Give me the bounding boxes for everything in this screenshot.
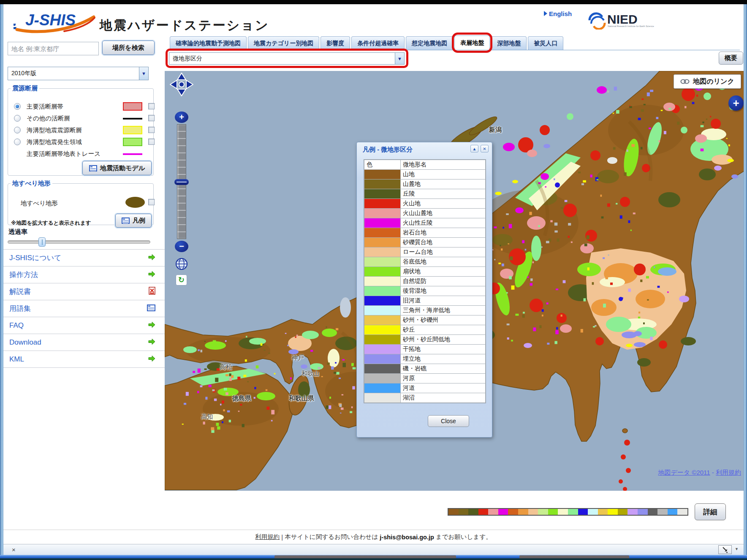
select-tool-button[interactable] bbox=[718, 545, 732, 554]
overview-button[interactable]: 概要 bbox=[719, 52, 743, 65]
tab-6[interactable]: 深部地盤 bbox=[491, 36, 527, 50]
legend-panel: 凡例 - 微地形区分 ▲ ✕ 色微地形名山地山麓地丘陵火山地火山山麓地火山性丘陵… bbox=[356, 142, 492, 438]
sidebar-link-4[interactable]: FAQ bbox=[3, 317, 165, 334]
tab-1[interactable]: 地震カテゴリー別地図 bbox=[248, 36, 319, 50]
color-swatch bbox=[123, 126, 142, 134]
globe-button[interactable] bbox=[175, 258, 188, 270]
map-link-button[interactable]: 地図のリンク bbox=[674, 74, 741, 89]
zoom-out-button[interactable]: − bbox=[175, 241, 188, 252]
expand-plus-button[interactable]: + bbox=[728, 95, 744, 111]
year-select[interactable]: 2010年版 ▼ bbox=[8, 67, 149, 80]
application-window: J-SHIS 地震ハザードステーション English NIED Nationa… bbox=[0, 0, 747, 560]
tab-4[interactable]: 想定地震地図 bbox=[406, 36, 453, 50]
english-link[interactable]: English bbox=[544, 10, 572, 17]
legend-name-cell: 湖沼 bbox=[401, 393, 486, 403]
sidebar-link-3[interactable]: 用語集 bbox=[3, 300, 165, 317]
pan-right-icon bbox=[186, 80, 193, 89]
colorbar-cell-1 bbox=[459, 509, 469, 515]
legend-color-cell bbox=[364, 354, 401, 364]
search-input[interactable] bbox=[8, 42, 99, 55]
opacity-slider[interactable] bbox=[8, 237, 150, 247]
page-footer: 利用規約 | 本サイトに関するお問い合わせはj-shis@bosai.go.jp… bbox=[3, 530, 744, 544]
legend-color-cell bbox=[364, 179, 401, 189]
tab-0[interactable]: 確率論的地震動予測地図 bbox=[170, 36, 247, 50]
legend-panel-title: 凡例 - 微地形区分 bbox=[363, 146, 413, 154]
sidebar-link-6[interactable]: KML bbox=[3, 351, 165, 367]
sidebar-link-0[interactable]: J-SHISについて bbox=[3, 249, 165, 266]
chevron-down-icon[interactable]: ▼ bbox=[395, 53, 404, 64]
layer-select[interactable]: 微地形区分 ▼ bbox=[169, 52, 405, 65]
layer-checkbox[interactable] bbox=[148, 139, 155, 145]
radio-button[interactable] bbox=[14, 115, 21, 122]
landslide-section: 地すべり地形 地すべり地形 ※地図を拡大すると表示されます 凡例 bbox=[8, 179, 154, 225]
statusbar-dropdown-icon[interactable]: ▼ bbox=[735, 547, 739, 551]
colorbar-cell-17 bbox=[618, 509, 628, 515]
detail-button[interactable]: 詳細 bbox=[695, 503, 726, 520]
map-label-4: 神戸 bbox=[291, 354, 304, 362]
landslide-swatch bbox=[125, 197, 145, 208]
fault-item-label: その他の活断層 bbox=[27, 114, 70, 122]
pan-compass[interactable] bbox=[170, 73, 193, 96]
sidebar-link-5[interactable]: Download bbox=[3, 334, 165, 351]
collapse-icon[interactable]: ▲ bbox=[470, 145, 478, 152]
fault-item-label: 主要活断層帯地表トレース bbox=[27, 150, 101, 158]
sidebar-link-2[interactable]: 解説書 bbox=[3, 283, 165, 300]
map-viewport[interactable]: 新潟石川富山金神戸和歌山高松和歌山県徳島県高知 + − bbox=[165, 71, 744, 491]
legend-name-cell: 河原 bbox=[401, 374, 486, 383]
legend-row-15: 砂州・砂礫州 bbox=[364, 315, 486, 325]
legend-name-cell: 砂州・砂丘間低地 bbox=[401, 335, 486, 345]
layer-checkbox[interactable] bbox=[148, 127, 155, 133]
legend-name-cell: 三角州・海岸低地 bbox=[401, 306, 486, 315]
jshis-logo: J-SHIS bbox=[14, 8, 98, 35]
radio-button[interactable] bbox=[14, 127, 21, 133]
legend-color-cell bbox=[364, 345, 401, 354]
seismic-activity-model-button[interactable]: 地震活動モデル bbox=[82, 161, 152, 175]
sidebar-links: J-SHISについて操作方法解説書用語集FAQDownloadKML bbox=[3, 249, 165, 368]
legend-name-cell: 山麓地 bbox=[401, 179, 486, 189]
statusbar-close-button[interactable]: × bbox=[12, 546, 16, 553]
landslide-checkbox[interactable] bbox=[148, 199, 155, 205]
layer-checkbox[interactable] bbox=[148, 103, 155, 109]
slider-track[interactable] bbox=[8, 240, 150, 244]
refresh-button[interactable]: ↻ bbox=[176, 275, 187, 285]
footer-terms-link[interactable]: 利用規約 bbox=[255, 533, 280, 541]
pan-down-icon bbox=[177, 89, 186, 96]
legend-close-button[interactable]: Close bbox=[428, 415, 469, 427]
fault-item-label: 海溝型地震発生領域 bbox=[27, 138, 82, 146]
legend-row-16: 砂丘 bbox=[364, 325, 486, 335]
legend-name-cell: 谷底低地 bbox=[401, 257, 486, 267]
layer-select-value: 微地形区分 bbox=[169, 55, 395, 63]
glossary-icon bbox=[147, 304, 155, 313]
legend-row-1: 山麓地 bbox=[364, 179, 486, 189]
tab-3[interactable]: 条件付超過確率 bbox=[351, 36, 405, 50]
chevron-down-icon[interactable]: ▼ bbox=[139, 67, 148, 80]
legend-button[interactable]: 凡例 bbox=[115, 214, 152, 228]
legend-row-6: 岩石台地 bbox=[364, 228, 486, 238]
legend-row-10: 扇状地 bbox=[364, 267, 486, 277]
sidebar-link-label: Download bbox=[9, 338, 148, 347]
fault-item-label: 海溝型地震震源断層 bbox=[27, 126, 82, 134]
tab-7[interactable]: 被災人口 bbox=[528, 36, 563, 50]
sidebar-link-label: KML bbox=[9, 355, 148, 364]
legend-color-cell bbox=[364, 247, 401, 257]
zoom-in-button[interactable]: + bbox=[175, 111, 188, 123]
arrow-right-icon bbox=[148, 271, 155, 279]
map-label-9: 高知 bbox=[201, 413, 213, 421]
chain-link-icon bbox=[680, 79, 690, 84]
layer-checkbox[interactable] bbox=[148, 115, 155, 121]
tab-5[interactable]: 表層地盤 bbox=[454, 35, 490, 50]
radio-button[interactable] bbox=[14, 139, 21, 145]
close-icon[interactable]: ✕ bbox=[481, 145, 489, 152]
legend-row-0: 山地 bbox=[364, 170, 486, 179]
search-button[interactable]: 場所を検索 bbox=[102, 41, 155, 55]
sidebar-link-1[interactable]: 操作方法 bbox=[3, 266, 165, 283]
colorbar-cell-22 bbox=[668, 509, 678, 515]
radio-button[interactable] bbox=[14, 103, 21, 110]
slider-handle[interactable] bbox=[38, 237, 46, 247]
zoom-slider-handle[interactable] bbox=[174, 179, 189, 185]
legend-name-cell: 火山山麓地 bbox=[401, 209, 486, 218]
legend-color-cell bbox=[364, 393, 401, 403]
terms-link[interactable]: 利用規約 bbox=[716, 469, 741, 476]
map-data-link[interactable]: 地図データ ©2011 bbox=[658, 469, 710, 476]
tab-2[interactable]: 影響度 bbox=[321, 36, 350, 50]
